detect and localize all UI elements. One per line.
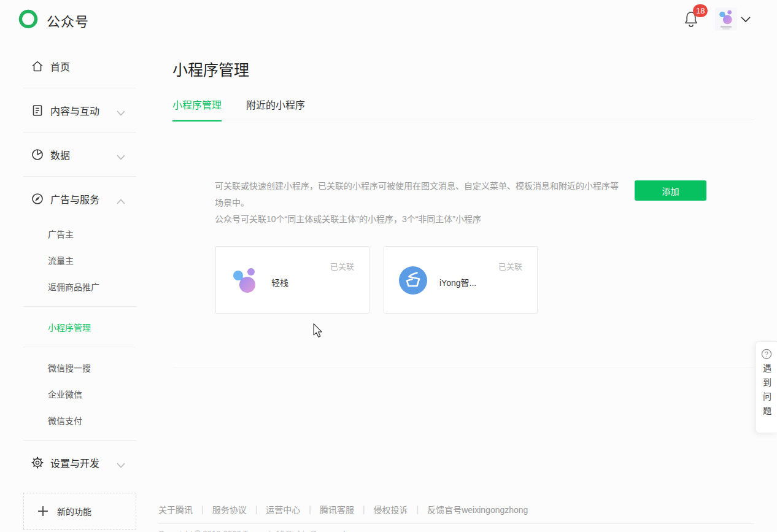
content-divider xyxy=(172,368,754,368)
linked-mini-program-list: 轻栈 已关联 iYong智... 已关联 xyxy=(215,246,538,314)
footer-separator: | xyxy=(201,504,204,514)
sidebar-item-label: 内容与互动 xyxy=(50,103,99,118)
sidebar-item-label: 首页 xyxy=(50,59,70,74)
sidebar-subitem-wechat-search[interactable]: 微信搜一搜 xyxy=(0,354,136,380)
footer-link-service-agreement[interactable]: 服务协议 xyxy=(212,503,247,515)
footer-links: 关于腾讯 | 服务协议 | 运营中心 | 腾讯客服 | 侵权投诉 | 反馈官号w… xyxy=(158,503,754,515)
account-avatar[interactable] xyxy=(715,7,737,31)
sidebar-item-label: 设置与开发 xyxy=(50,455,99,470)
notification-count-badge[interactable]: 18 xyxy=(693,4,708,17)
footer-separator: | xyxy=(417,504,419,514)
iyong-logo-icon xyxy=(399,266,427,295)
chevron-down-icon xyxy=(117,152,125,157)
brand[interactable]: 公众号 xyxy=(16,7,89,34)
sidebar-subitem-label: 广告主 xyxy=(48,228,74,240)
footer-separator: | xyxy=(309,504,311,514)
footer-link-infringement-complaint[interactable]: 侵权投诉 xyxy=(374,503,408,515)
tab-nearby-mini-programs[interactable]: 附近的小程序 xyxy=(246,97,305,121)
help-float-panel[interactable]: ? 遇到问题 xyxy=(756,341,777,433)
description-line: 公众号可关联10个“同主体或关联主体”的小程序，3个“非同主体”小程序 xyxy=(215,211,621,228)
footer-link-feedback-account[interactable]: 反馈官号weixingongzhong xyxy=(427,503,528,515)
plus-icon xyxy=(37,506,48,517)
sidebar-subitem-label: 微信支付 xyxy=(48,414,82,426)
footer-link-tencent-support[interactable]: 腾讯客服 xyxy=(320,503,354,515)
avatar-caption-line xyxy=(721,26,732,28)
sidebar-subitem-traffic[interactable]: 流量主 xyxy=(0,247,136,273)
top-header: 公众号 18 xyxy=(0,0,777,38)
qingzhan-logo-icon xyxy=(231,266,259,295)
footer: 关于腾讯 | 服务协议 | 运营中心 | 腾讯客服 | 侵权投诉 | 反馈官号w… xyxy=(158,503,754,532)
chevron-down-icon xyxy=(117,107,125,113)
content-doc-icon xyxy=(31,104,44,117)
tab-bar-divider xyxy=(172,120,754,120)
sidebar-item-label: 广告与服务 xyxy=(50,191,99,206)
tab-bar: 小程序管理 附近的小程序 xyxy=(172,97,330,121)
sidebar-subitem-label: 微信搜一搜 xyxy=(48,361,91,374)
page-title: 小程序管理 xyxy=(172,58,249,80)
sidebar-item-ads-services[interactable]: 广告与服务 xyxy=(0,177,136,220)
sidebar-subitem-mini-program-management[interactable]: 小程序管理 xyxy=(0,314,136,340)
footer-separator: | xyxy=(363,504,365,514)
sidebar-item-data[interactable]: 数据 xyxy=(0,133,136,176)
sidebar-subitem-advertiser[interactable]: 广告主 xyxy=(0,220,136,247)
compass-icon xyxy=(31,192,44,206)
sidebar-subitem-label: 流量主 xyxy=(48,254,74,266)
copyright-text: Copyright © 2012-2022 Tencent. All Right… xyxy=(158,529,754,532)
official-account-logo-icon xyxy=(16,7,41,34)
home-icon xyxy=(31,60,44,73)
sidebar-item-settings-dev[interactable]: 设置与开发 xyxy=(0,441,136,484)
add-button[interactable]: 添加 xyxy=(635,180,706,201)
mouse-cursor xyxy=(311,323,325,338)
sidebar-item-content[interactable]: 内容与互动 xyxy=(0,88,136,132)
chevron-down-icon xyxy=(117,460,125,465)
description-line: 可关联或快速创建小程序，已关联的小程序可被使用在图文消息、自定义菜单、模板消息和… xyxy=(215,178,621,211)
linked-status-badge: 已关联 xyxy=(498,260,522,272)
mini-program-name: iYong智... xyxy=(439,276,476,288)
linked-status-badge: 已关联 xyxy=(330,260,354,272)
sidebar-nav: 首页 内容与互动 数据 xyxy=(0,38,136,532)
footer-separator: | xyxy=(255,504,258,514)
new-feature-label: 新的功能 xyxy=(57,505,91,517)
svg-text:?: ? xyxy=(765,351,768,358)
pie-chart-icon xyxy=(31,148,44,161)
new-feature-button[interactable]: 新的功能 xyxy=(23,493,136,530)
tab-mini-program-management[interactable]: 小程序管理 xyxy=(172,97,222,121)
sidebar-item-label: 数据 xyxy=(50,147,70,162)
sidebar-subitem-label: 返佣商品推广 xyxy=(48,280,99,293)
footer-link-about-tencent[interactable]: 关于腾讯 xyxy=(158,503,193,515)
mini-program-card-iyong[interactable]: iYong智... 已关联 xyxy=(384,246,538,314)
mini-program-name: 轻栈 xyxy=(271,276,288,288)
avatar-logo-icon xyxy=(718,9,734,25)
chevron-up-icon xyxy=(117,196,125,201)
gear-icon xyxy=(31,456,44,469)
brand-title: 公众号 xyxy=(47,10,89,30)
sidebar-subitem-label: 企业微信 xyxy=(48,388,82,400)
sidebar-subitem-wework[interactable]: 企业微信 xyxy=(0,380,136,407)
sidebar-subitem-rebate-promotion[interactable]: 返佣商品推广 xyxy=(0,273,136,299)
footer-divider xyxy=(158,523,754,524)
sidebar-item-home[interactable]: 首页 xyxy=(0,44,136,88)
help-float-label: 遇到问题 xyxy=(760,364,773,420)
question-mark-icon: ? xyxy=(761,349,772,360)
footer-link-operation-center[interactable]: 运营中心 xyxy=(266,503,300,515)
account-menu-chevron-down-icon[interactable] xyxy=(740,15,751,22)
sidebar-subitem-wechat-pay[interactable]: 微信支付 xyxy=(0,407,136,433)
mini-program-card-qingzhan[interactable]: 轻栈 已关联 xyxy=(215,246,369,314)
avatar-caption-line xyxy=(722,28,730,29)
sidebar-subitem-label: 小程序管理 xyxy=(48,321,91,333)
mini-program-description: 可关联或快速创建小程序，已关联的小程序可被使用在图文消息、自定义菜单、模板消息和… xyxy=(215,178,621,228)
